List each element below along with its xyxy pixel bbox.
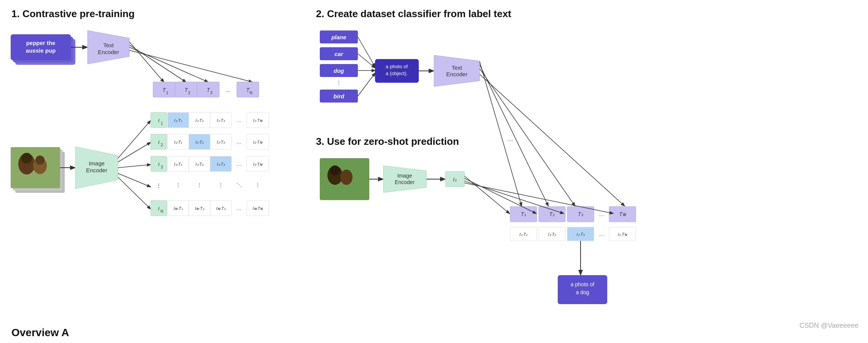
svg-text:3. Use for zero-shot predictio: 3. Use for zero-shot prediction (316, 136, 459, 147)
svg-text:…: … (599, 211, 604, 217)
svg-point-138 (340, 170, 353, 185)
svg-text:⋮: ⋮ (156, 183, 161, 189)
svg-text:a dog: a dog (576, 289, 589, 295)
svg-text:3: 3 (161, 165, 163, 169)
svg-text:T₂: T₂ (549, 211, 555, 217)
svg-text:I₃·T₃: I₃·T₃ (217, 162, 225, 167)
svg-text:Iɴ·T₃: Iɴ·T₃ (216, 206, 226, 211)
svg-text:I: I (158, 118, 160, 123)
svg-text:pepper the: pepper the (26, 40, 56, 46)
svg-text:T: T (185, 87, 188, 93)
svg-text:T: T (207, 87, 211, 93)
svg-text:Text: Text (103, 42, 114, 48)
svg-text:…: … (225, 87, 231, 93)
svg-text:1. Contrastive pre-training: 1. Contrastive pre-training (11, 8, 135, 19)
svg-text:CSDN @Vaeeeeee: CSDN @Vaeeeeee (799, 322, 858, 329)
svg-text:⋮: ⋮ (255, 182, 260, 188)
svg-text:I₁·T₃: I₁·T₃ (217, 118, 225, 123)
svg-text:Tɴ: Tɴ (619, 211, 626, 217)
svg-text:I₃·T₁: I₃·T₁ (174, 162, 182, 167)
svg-text:car: car (335, 51, 344, 57)
svg-text:Iɴ·T₁: Iɴ·T₁ (174, 206, 183, 211)
svg-rect-0 (0, 0, 868, 343)
svg-text:I₁: I₁ (453, 176, 457, 183)
svg-text:…: … (599, 231, 604, 237)
svg-text:I₃·T₂: I₃·T₂ (196, 162, 204, 167)
svg-text:I: I (158, 206, 160, 212)
main-container: 1. Contrastive pre-training pepper the a… (0, 0, 868, 343)
svg-text:Encoder: Encoder (98, 49, 119, 55)
svg-text:2: 2 (188, 91, 190, 95)
svg-text:I₂·T₃: I₂·T₃ (217, 140, 225, 144)
svg-text:3: 3 (210, 91, 212, 95)
svg-point-36 (35, 155, 45, 165)
svg-text:plane: plane (331, 34, 346, 40)
svg-text:Encoder: Encoder (395, 179, 415, 185)
svg-point-139 (330, 165, 340, 175)
svg-text:…: … (236, 205, 242, 211)
svg-text:I₁·T₂: I₁·T₂ (196, 118, 204, 123)
svg-text:I: I (158, 139, 160, 145)
svg-text:Iɴ·T₂: Iɴ·T₂ (195, 206, 204, 211)
svg-text:Encoder: Encoder (446, 71, 468, 77)
svg-text:Iɴ·Tɴ: Iɴ·Tɴ (253, 206, 263, 211)
svg-text:I₁·T₃: I₁·T₃ (577, 232, 585, 237)
svg-text:T₃: T₃ (578, 211, 584, 217)
svg-text:…: … (507, 136, 513, 142)
svg-text:I₂·Tɴ: I₂·Tɴ (253, 140, 263, 144)
svg-point-35 (21, 153, 32, 163)
svg-text:…: … (236, 139, 242, 145)
svg-text:I₁·Tɴ: I₁·Tɴ (618, 232, 627, 237)
svg-text:T: T (163, 87, 166, 93)
svg-text:a photo of: a photo of (571, 281, 594, 287)
svg-text:I₁·T₂: I₁·T₂ (548, 232, 557, 237)
svg-text:⋮: ⋮ (176, 182, 181, 188)
svg-text:dog: dog (333, 67, 344, 74)
svg-text:…: … (236, 117, 242, 123)
svg-text:⋱: ⋱ (236, 182, 242, 188)
svg-text:I₁·T₁: I₁·T₁ (174, 118, 182, 123)
svg-text:Text: Text (452, 64, 462, 71)
svg-text:I₂·T₂: I₂·T₂ (196, 140, 204, 144)
svg-text:1: 1 (166, 91, 168, 95)
svg-text:I₁·T₁: I₁·T₁ (520, 232, 528, 237)
svg-text:a {object}.: a {object}. (386, 71, 408, 76)
svg-text:⋮: ⋮ (218, 182, 223, 188)
svg-text:⋮: ⋮ (197, 182, 202, 188)
svg-text:2: 2 (161, 143, 163, 147)
svg-text:T₁: T₁ (521, 211, 527, 217)
svg-text:Image: Image (89, 160, 105, 167)
svg-text:…: … (236, 161, 242, 167)
svg-text:Overview A: Overview A (11, 327, 69, 338)
svg-text:I₃·Tɴ: I₃·Tɴ (253, 162, 263, 167)
svg-text:I: I (158, 162, 160, 167)
svg-text:Encoder: Encoder (86, 167, 107, 173)
svg-text:bird: bird (333, 93, 345, 99)
svg-text:a photo of: a photo of (386, 64, 408, 69)
svg-text:N: N (249, 91, 252, 95)
svg-text:Image: Image (397, 173, 412, 179)
svg-text:I₁·Tɴ: I₁·Tɴ (253, 118, 263, 123)
svg-text:1: 1 (161, 121, 163, 125)
svg-text:2. Create dataset classifier f: 2. Create dataset classifier from label … (316, 8, 511, 19)
svg-text:aussie pup: aussie pup (26, 47, 56, 54)
svg-text:N: N (160, 209, 163, 213)
svg-text:I₂·T₁: I₂·T₁ (174, 140, 182, 144)
svg-text:⋮: ⋮ (336, 80, 341, 86)
